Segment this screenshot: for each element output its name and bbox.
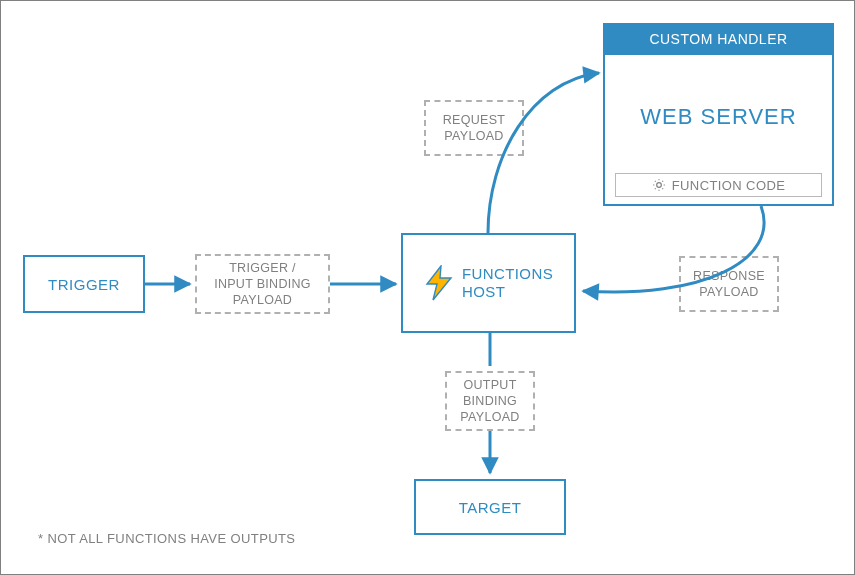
lightning-bolt-icon	[424, 265, 454, 301]
diagram-canvas: TRIGGER TRIGGER / INPUT BINDING PAYLOAD …	[0, 0, 855, 575]
trigger-label: TRIGGER	[48, 276, 120, 293]
footnote-text: * NOT ALL FUNCTIONS HAVE OUTPUTS	[38, 531, 295, 546]
response-payload-text: RESPONSE PAYLOAD	[693, 268, 765, 301]
target-label: TARGET	[459, 499, 522, 516]
functions-host-node: FUNCTIONS HOST	[401, 233, 576, 333]
function-code-chip: FUNCTION CODE	[615, 173, 822, 197]
response-payload-node: RESPONSE PAYLOAD	[679, 256, 779, 312]
gear-icon	[652, 178, 666, 192]
trigger-node: TRIGGER	[23, 255, 145, 313]
input-payload-text: TRIGGER / INPUT BINDING PAYLOAD	[214, 260, 311, 309]
request-payload-node: REQUEST PAYLOAD	[424, 100, 524, 156]
output-payload-node: OUTPUT BINDING PAYLOAD	[445, 371, 535, 431]
web-server-label: WEB SERVER	[640, 104, 796, 130]
target-node: TARGET	[414, 479, 566, 535]
custom-handler-header: CUSTOM HANDLER	[603, 23, 834, 55]
output-payload-text: OUTPUT BINDING PAYLOAD	[460, 377, 519, 426]
input-payload-node: TRIGGER / INPUT BINDING PAYLOAD	[195, 254, 330, 314]
functions-host-label: FUNCTIONS HOST	[462, 265, 553, 301]
function-code-label: FUNCTION CODE	[672, 178, 786, 193]
request-payload-text: REQUEST PAYLOAD	[443, 112, 506, 145]
svg-marker-0	[427, 266, 451, 300]
